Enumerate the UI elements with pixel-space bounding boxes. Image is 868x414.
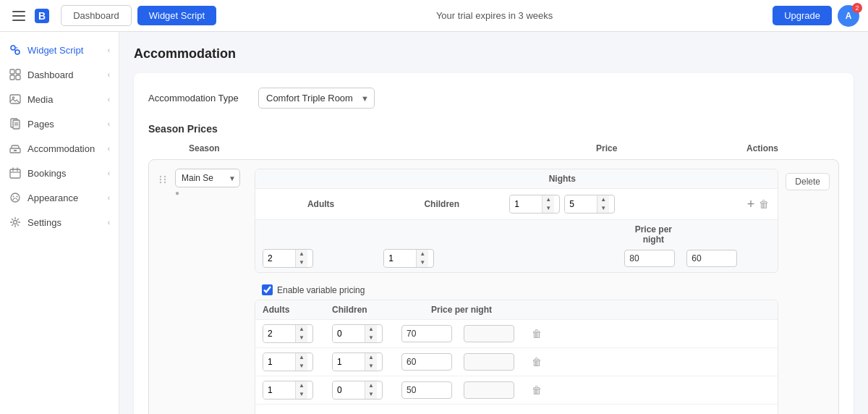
chevron-icon: ‹ bbox=[108, 71, 110, 79]
var3-price1-input[interactable] bbox=[401, 381, 452, 399]
add-night-range-button[interactable]: + bbox=[744, 197, 758, 212]
chevron-icon: ‹ bbox=[108, 46, 110, 54]
children-col-header: Children bbox=[383, 199, 500, 209]
sidebar-label-pages: Pages bbox=[27, 119, 54, 130]
var2-price1-input[interactable] bbox=[401, 353, 452, 371]
var1-children-input[interactable]: ▲▼ bbox=[332, 324, 383, 343]
chevron-icon: ‹ bbox=[108, 120, 110, 128]
var2-adults-input[interactable]: ▲▼ bbox=[263, 352, 313, 371]
sidebar-label-accommodation: Accommodation bbox=[27, 143, 95, 154]
adults-col-header: Adults bbox=[263, 199, 379, 209]
var1-delete-button[interactable]: 🗑 bbox=[526, 328, 548, 339]
svg-point-27 bbox=[160, 179, 161, 180]
var3-price2-input[interactable] bbox=[464, 381, 514, 399]
base-price1-input[interactable] bbox=[624, 250, 675, 267]
svg-rect-7 bbox=[10, 75, 14, 80]
accommodation-type-row: Accommodation Type Comfort Triple Room ▼ bbox=[148, 88, 839, 109]
svg-point-21 bbox=[11, 193, 20, 202]
var-children-header: Children bbox=[332, 305, 397, 315]
base-adults-input[interactable]: ▲▼ bbox=[263, 249, 313, 268]
svg-rect-2 bbox=[12, 20, 25, 21]
page-title: Accommodation bbox=[134, 46, 854, 62]
var2-delete-button[interactable]: 🗑 bbox=[526, 356, 548, 368]
var2-children-input[interactable]: ▲▼ bbox=[332, 352, 383, 371]
sidebar-label-widget-script: Widget Script bbox=[27, 45, 83, 56]
svg-rect-17 bbox=[10, 169, 20, 178]
drag-handle[interactable] bbox=[158, 169, 168, 187]
accommodation-type-select-wrapper: Comfort Triple Room ▼ bbox=[258, 88, 375, 109]
settings-icon bbox=[9, 216, 22, 229]
col-header-price: Price bbox=[596, 143, 741, 153]
variable-pricing-table: Adults Children Price per night ▲▼ bbox=[255, 300, 778, 414]
var3-adults-input[interactable]: ▲▼ bbox=[263, 381, 313, 400]
enable-variable-checkbox[interactable] bbox=[262, 284, 273, 295]
sidebar-label-appearance: Appearance bbox=[27, 193, 78, 203]
logo-icon: B bbox=[35, 9, 49, 23]
avatar-wrapper[interactable]: A bbox=[838, 5, 859, 27]
night-max-input[interactable]: ▲▼ bbox=[564, 195, 615, 214]
svg-point-25 bbox=[160, 176, 161, 177]
sidebar-item-media[interactable]: Media ‹ bbox=[0, 87, 119, 111]
sidebar-item-bookings[interactable]: Bookings ‹ bbox=[0, 161, 119, 185]
image-icon bbox=[9, 93, 22, 106]
svg-point-28 bbox=[164, 179, 166, 180]
svg-point-23 bbox=[17, 196, 18, 198]
svg-rect-16 bbox=[14, 150, 17, 151]
sidebar-label-media: Media bbox=[27, 94, 53, 105]
night-min-input[interactable]: ▲▼ bbox=[509, 195, 560, 214]
svg-point-10 bbox=[12, 97, 14, 98]
menu-icon[interactable] bbox=[9, 6, 29, 26]
var3-delete-button[interactable]: 🗑 bbox=[526, 384, 548, 396]
var1-price1-input[interactable] bbox=[401, 325, 452, 342]
accommodation-icon bbox=[9, 142, 22, 155]
chevron-icon: ‹ bbox=[108, 194, 110, 202]
sidebar: Widget Script ‹ Dashboard ‹ Media ‹ Page… bbox=[0, 32, 119, 414]
var2-price2-input[interactable] bbox=[464, 353, 514, 371]
table-header: Season Price Actions bbox=[148, 143, 839, 159]
add-variation-row: Add Variation bbox=[255, 405, 778, 414]
chevron-icon: ‹ bbox=[108, 169, 110, 177]
col-header-actions: Actions bbox=[746, 143, 833, 153]
chevron-icon: ‹ bbox=[108, 219, 110, 227]
trial-text: Your trial expires in 3 weeks bbox=[222, 10, 767, 21]
avatar: A bbox=[838, 5, 859, 27]
svg-rect-6 bbox=[16, 69, 20, 74]
widget-script-nav-button[interactable]: Widget Script bbox=[137, 6, 216, 25]
price-per-night-label: Price per night bbox=[624, 224, 682, 245]
variation-row-1: ▲▼ ▲▼ 🗑 bbox=[255, 320, 778, 348]
var1-price2-input[interactable] bbox=[464, 325, 514, 342]
sidebar-item-pages[interactable]: Pages ‹ bbox=[0, 111, 119, 136]
chevron-icon: ‹ bbox=[108, 96, 110, 104]
svg-point-24 bbox=[14, 221, 17, 224]
nights-col-header: Nights bbox=[504, 174, 620, 184]
var3-children-input[interactable]: ▲▼ bbox=[332, 381, 383, 400]
pages-icon bbox=[9, 117, 22, 130]
sidebar-item-accommodation[interactable]: Accommodation ‹ bbox=[0, 136, 119, 161]
accommodation-type-select[interactable]: Comfort Triple Room bbox=[258, 88, 375, 109]
main-card: Accommodation Type Comfort Triple Room ▼… bbox=[134, 73, 854, 414]
svg-rect-0 bbox=[12, 11, 25, 12]
widget-icon bbox=[9, 43, 22, 56]
delete-night-row-button[interactable]: 🗑 bbox=[757, 198, 770, 210]
grid-icon bbox=[9, 68, 22, 81]
main-content: Accommodation Accommodation Type Comfort… bbox=[119, 32, 868, 414]
sidebar-item-settings[interactable]: Settings ‹ bbox=[0, 210, 119, 235]
dashboard-nav-button[interactable]: Dashboard bbox=[61, 5, 132, 26]
col-header-season: Season bbox=[189, 143, 590, 153]
svg-rect-5 bbox=[10, 69, 14, 74]
base-children-input[interactable]: ▲▼ bbox=[383, 249, 434, 268]
base-price2-input[interactable] bbox=[686, 250, 737, 267]
nights-section: Nights Adults Children bbox=[255, 169, 778, 273]
season-prices-title: Season Prices bbox=[148, 123, 839, 135]
sidebar-item-appearance[interactable]: Appearance ‹ bbox=[0, 185, 119, 210]
sidebar-item-widget-script[interactable]: Widget Script ‹ bbox=[0, 38, 119, 62]
delete-season-button[interactable]: Delete bbox=[786, 173, 830, 190]
upgrade-button[interactable]: Upgrade bbox=[773, 6, 832, 25]
variation-row-3: ▲▼ ▲▼ 🗑 bbox=[255, 376, 778, 405]
season-select[interactable]: Main Se bbox=[175, 169, 240, 187]
enable-variable-label: Enable variable pricing bbox=[277, 285, 365, 295]
sidebar-item-dashboard[interactable]: Dashboard ‹ bbox=[0, 62, 119, 87]
svg-point-29 bbox=[160, 182, 161, 183]
var1-adults-input[interactable]: ▲▼ bbox=[263, 324, 313, 343]
svg-point-22 bbox=[13, 196, 14, 198]
